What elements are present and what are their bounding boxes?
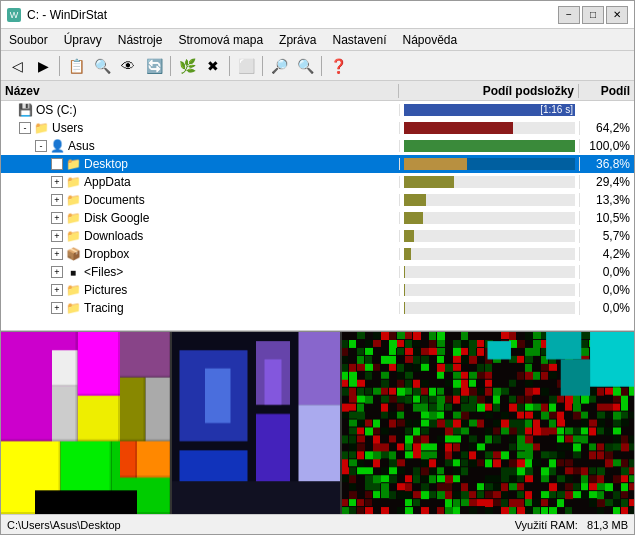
tb-search-button[interactable]: 🔍 bbox=[90, 54, 114, 78]
row-expand-icon[interactable]: + bbox=[51, 284, 63, 296]
row-icon: 📁 bbox=[65, 157, 81, 171]
tree-row[interactable]: +📁Disk Google10,5% bbox=[1, 209, 634, 227]
tree-row[interactable]: -👤Asus100,0% bbox=[1, 137, 634, 155]
tb-help-button[interactable]: ❓ bbox=[326, 54, 350, 78]
row-name-cell: +■<Files> bbox=[1, 265, 399, 279]
tree-row[interactable]: +📁Downloads5,7% bbox=[1, 227, 634, 245]
bar-fill bbox=[404, 284, 405, 296]
tb-empty-button[interactable]: ⬜ bbox=[234, 54, 258, 78]
row-icon: ■ bbox=[65, 265, 81, 279]
tree-row[interactable]: 💾OS (C:)[1:16 s] bbox=[1, 101, 634, 119]
status-ram: Využití RAM: 81,3 MB bbox=[515, 519, 628, 531]
row-icon: 📦 bbox=[65, 247, 81, 261]
tree-scroll[interactable]: 💾OS (C:)[1:16 s]-📁Users64,2%-👤Asus100,0%… bbox=[1, 101, 634, 330]
tb-delete-button[interactable]: ✖ bbox=[201, 54, 225, 78]
tb-sep-3 bbox=[229, 56, 230, 76]
maximize-button[interactable]: □ bbox=[582, 6, 604, 24]
row-bar-cell bbox=[399, 140, 579, 152]
bar-fill bbox=[404, 122, 513, 134]
row-expand-icon[interactable]: + bbox=[51, 176, 63, 188]
row-expand-icon[interactable]: + bbox=[51, 158, 63, 170]
bar-bg bbox=[404, 266, 575, 278]
tb-copy-button[interactable]: 📋 bbox=[64, 54, 88, 78]
bar-bg bbox=[404, 302, 575, 314]
row-expand-icon[interactable]: + bbox=[51, 302, 63, 314]
tb-sep-1 bbox=[59, 56, 60, 76]
tree-row[interactable]: +📁Desktop36,8% bbox=[1, 155, 634, 173]
treemap-canvas[interactable] bbox=[1, 332, 634, 514]
menu-napoveda[interactable]: Nápověda bbox=[397, 31, 464, 49]
row-icon: 📁 bbox=[65, 193, 81, 207]
row-icon: 📁 bbox=[65, 211, 81, 225]
tree-row[interactable]: +■<Files>0,0% bbox=[1, 263, 634, 281]
row-bar-cell bbox=[399, 302, 579, 314]
bar-fill bbox=[404, 176, 454, 188]
row-name-cell: +📁Documents bbox=[1, 193, 399, 207]
row-bar-cell bbox=[399, 122, 579, 134]
menu-bar: Soubor Úpravy Nástroje Stromová mapa Zpr… bbox=[1, 29, 634, 51]
row-bar-cell bbox=[399, 212, 579, 224]
row-name-cell: +📁Desktop bbox=[1, 157, 399, 171]
row-bar-cell bbox=[399, 176, 579, 188]
row-expand-icon[interactable]: + bbox=[51, 230, 63, 242]
bar-text: [1:16 s] bbox=[540, 104, 573, 116]
row-icon: 📁 bbox=[65, 175, 81, 189]
row-label: Disk Google bbox=[84, 211, 149, 225]
row-pct-cell: 0,0% bbox=[579, 283, 634, 297]
viz-area[interactable] bbox=[1, 331, 634, 514]
tb-cleanup-button[interactable]: 🌿 bbox=[175, 54, 199, 78]
tree-row[interactable]: +📦Dropbox4,2% bbox=[1, 245, 634, 263]
bar-bg bbox=[404, 158, 575, 170]
status-bar: C:\Users\Asus\Desktop Využití RAM: 81,3 … bbox=[1, 514, 634, 534]
tree-row[interactable]: +📁Documents13,3% bbox=[1, 191, 634, 209]
row-bar-cell bbox=[399, 230, 579, 242]
row-expand-icon[interactable]: + bbox=[51, 212, 63, 224]
tree-header: Název Podíl podsložky Podíl bbox=[1, 81, 634, 101]
tb-sep-2 bbox=[170, 56, 171, 76]
row-label: AppData bbox=[84, 175, 131, 189]
bar-fill bbox=[404, 230, 414, 242]
tree-row[interactable]: +📁Pictures0,0% bbox=[1, 281, 634, 299]
row-expand-icon[interactable]: + bbox=[51, 194, 63, 206]
menu-nastroje[interactable]: Nástroje bbox=[112, 31, 169, 49]
menu-upravy[interactable]: Úpravy bbox=[58, 31, 108, 49]
tb-zoom-out-button[interactable]: 🔍 bbox=[293, 54, 317, 78]
row-bar-cell bbox=[399, 194, 579, 206]
tb-zoom-in-button[interactable]: 🔎 bbox=[267, 54, 291, 78]
row-bar-cell bbox=[399, 266, 579, 278]
tb-refresh-button[interactable]: 🔄 bbox=[142, 54, 166, 78]
row-label: <Files> bbox=[84, 265, 123, 279]
close-button[interactable]: ✕ bbox=[606, 6, 628, 24]
tb-back-button[interactable]: ◁ bbox=[5, 54, 29, 78]
row-expand-icon[interactable]: + bbox=[51, 248, 63, 260]
tb-view-button[interactable]: 👁 bbox=[116, 54, 140, 78]
tree-row[interactable]: +📁AppData29,4% bbox=[1, 173, 634, 191]
row-expand-icon[interactable]: - bbox=[19, 122, 31, 134]
row-pct-cell: 13,3% bbox=[579, 193, 634, 207]
bar-fill bbox=[404, 302, 405, 314]
bar-bg bbox=[404, 194, 575, 206]
title-bar: W C: - WinDirStat − □ ✕ bbox=[1, 1, 634, 29]
tree-row[interactable]: +📁Tracing0,0% bbox=[1, 299, 634, 317]
bar-bg bbox=[404, 176, 575, 188]
row-pct-cell: 64,2% bbox=[579, 121, 634, 135]
row-name-cell: +📁Downloads bbox=[1, 229, 399, 243]
menu-stromova-mapa[interactable]: Stromová mapa bbox=[172, 31, 269, 49]
row-expand-icon[interactable]: + bbox=[51, 266, 63, 278]
minimize-button[interactable]: − bbox=[558, 6, 580, 24]
row-label: Pictures bbox=[84, 283, 127, 297]
col-name-header: Název bbox=[1, 84, 399, 98]
tree-row[interactable]: -📁Users64,2% bbox=[1, 119, 634, 137]
bar-bg bbox=[404, 248, 575, 260]
bar-fill bbox=[404, 194, 426, 206]
bar-bg bbox=[404, 122, 575, 134]
menu-zprava[interactable]: Zpráva bbox=[273, 31, 322, 49]
row-icon: 💾 bbox=[17, 103, 33, 117]
row-icon: 👤 bbox=[49, 139, 65, 153]
toolbar: ◁ ▶ 📋 🔍 👁 🔄 🌿 ✖ ⬜ 🔎 🔍 ❓ bbox=[1, 51, 634, 81]
status-path: C:\Users\Asus\Desktop bbox=[7, 519, 121, 531]
tb-forward-button[interactable]: ▶ bbox=[31, 54, 55, 78]
row-expand-icon[interactable]: - bbox=[35, 140, 47, 152]
menu-nastaveni[interactable]: Nastavení bbox=[326, 31, 392, 49]
menu-soubor[interactable]: Soubor bbox=[3, 31, 54, 49]
